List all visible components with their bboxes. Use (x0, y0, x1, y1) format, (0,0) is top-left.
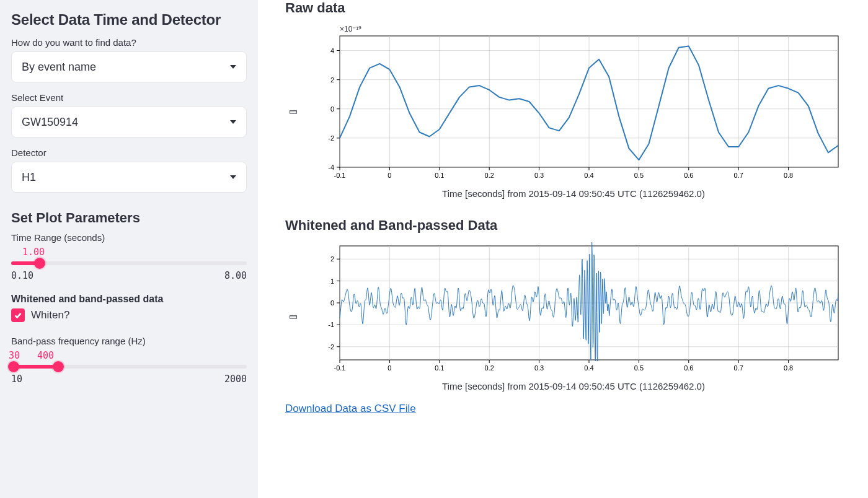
raw-ylabel: [] (288, 110, 297, 114)
bandpass-max: 2000 (224, 374, 247, 385)
slider-thumb-hi[interactable] (53, 361, 64, 372)
chevron-down-icon (230, 65, 236, 69)
bandpass-min: 10 (11, 374, 22, 385)
svg-text:0.5: 0.5 (634, 364, 644, 372)
svg-text:0.2: 0.2 (485, 364, 494, 372)
svg-text:0.1: 0.1 (435, 172, 444, 179)
check-icon (14, 311, 22, 320)
svg-text:-0.1: -0.1 (334, 172, 346, 179)
svg-text:0: 0 (330, 105, 334, 113)
find-data-select[interactable]: By event name (11, 51, 247, 82)
bandpass-hi: 400 (37, 350, 54, 361)
svg-text:0.7: 0.7 (734, 172, 743, 179)
time-range-min: 0.10 (11, 270, 33, 281)
svg-text:0.6: 0.6 (684, 364, 693, 372)
svg-text:0.3: 0.3 (534, 364, 544, 372)
detector-label: Detector (11, 147, 247, 158)
svg-text:-2: -2 (328, 134, 334, 142)
detector-value: H1 (22, 171, 36, 184)
event-value: GW150914 (22, 116, 78, 129)
svg-text:1: 1 (330, 277, 334, 285)
time-range-slider[interactable]: 1.00 0.10 8.00 (11, 247, 247, 281)
svg-text:-1: -1 (328, 321, 334, 328)
svg-text:0.2: 0.2 (485, 172, 494, 179)
svg-text:2: 2 (330, 76, 334, 84)
svg-text:0.3: 0.3 (534, 172, 544, 179)
main-content: Raw data ×10⁻¹⁹ [] -0.100.10.20.30.40.50… (258, 0, 868, 498)
detector-select[interactable]: H1 (11, 162, 247, 193)
section-title-plot: Set Plot Parameters (11, 203, 247, 226)
slider-thumb-lo[interactable] (8, 361, 19, 372)
whiten-checkbox[interactable] (11, 308, 25, 322)
svg-text:0.8: 0.8 (784, 364, 793, 372)
whiten-section-label: Whitened and band-passed data (11, 294, 247, 305)
find-data-value: By event name (22, 61, 96, 74)
whitened-xlabel: Time [seconds] from 2015-09-14 09:50:45 … (304, 378, 843, 391)
event-select[interactable]: GW150914 (11, 107, 247, 138)
raw-chart-svg: -0.100.10.20.30.40.50.60.70.8-4-2024 (304, 25, 843, 186)
whitened-chart-svg: -0.100.10.20.30.40.50.60.70.8-2-1012 (304, 242, 843, 378)
slider-thumb[interactable] (34, 258, 45, 269)
whitened-data-title: Whitened and Band-passed Data (285, 217, 853, 234)
bandpass-slider[interactable]: 30 400 10 2000 (11, 350, 247, 385)
whitened-chart: [] -0.100.10.20.30.40.50.60.70.8-2-1012 … (285, 237, 853, 391)
svg-text:0: 0 (330, 299, 334, 307)
svg-text:-4: -4 (328, 164, 334, 171)
chevron-down-icon (230, 120, 236, 124)
svg-text:0.4: 0.4 (584, 364, 593, 372)
svg-text:4: 4 (330, 47, 334, 55)
find-data-label: How do you want to find data? (11, 37, 247, 48)
section-title-data: Select Data Time and Detector (11, 11, 247, 28)
raw-data-title: Raw data (285, 0, 853, 16)
svg-text:0: 0 (388, 172, 391, 179)
raw-xlabel: Time [seconds] from 2015-09-14 09:50:45 … (304, 186, 843, 199)
svg-text:0.7: 0.7 (734, 364, 743, 372)
svg-text:0: 0 (388, 364, 391, 372)
chevron-down-icon (230, 175, 236, 179)
whitened-ylabel: [] (288, 315, 297, 319)
time-range-value: 1.00 (22, 247, 247, 258)
svg-text:-2: -2 (328, 343, 334, 351)
event-label: Select Event (11, 92, 247, 103)
raw-chart: ×10⁻¹⁹ [] -0.100.10.20.30.40.50.60.70.8-… (285, 20, 853, 199)
svg-text:0.5: 0.5 (634, 172, 644, 179)
bandpass-label: Band-pass frequency range (Hz) (11, 336, 247, 346)
svg-text:2: 2 (330, 255, 334, 263)
svg-text:0.8: 0.8 (784, 172, 793, 179)
raw-y-exponent: ×10⁻¹⁹ (340, 25, 361, 33)
svg-text:0.6: 0.6 (684, 172, 693, 179)
svg-text:0.4: 0.4 (584, 172, 593, 179)
bandpass-lo: 30 (9, 350, 20, 361)
whiten-checkbox-label: Whiten? (31, 309, 69, 321)
svg-text:-0.1: -0.1 (334, 364, 346, 372)
time-range-max: 8.00 (224, 270, 247, 281)
sidebar: Select Data Time and Detector How do you… (0, 0, 258, 498)
time-range-label: Time Range (seconds) (11, 232, 247, 243)
svg-text:0.1: 0.1 (435, 364, 444, 372)
download-csv-link[interactable]: Download Data as CSV File (285, 403, 416, 415)
